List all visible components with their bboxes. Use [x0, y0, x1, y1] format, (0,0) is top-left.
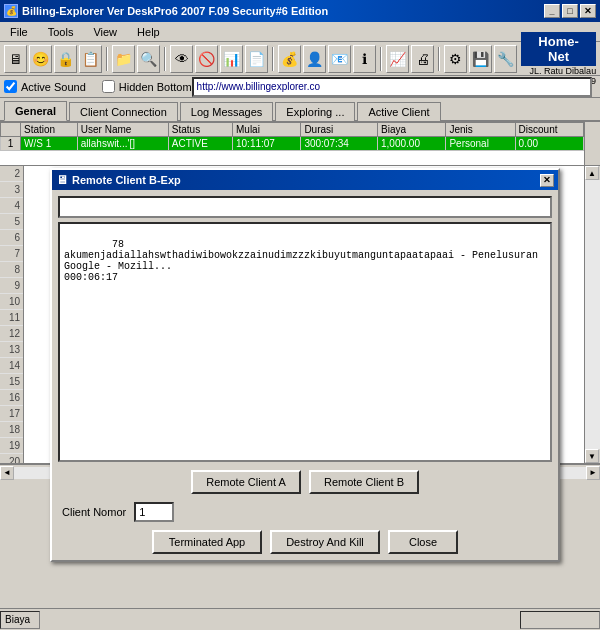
modal-top-input[interactable] — [58, 196, 552, 218]
client-nomor-label: Client Nomor — [62, 506, 126, 518]
modal-close-button[interactable]: ✕ — [540, 174, 554, 187]
modal-text-area: 78 akumenjadiallahswthadiwibowokzzainudi… — [58, 222, 552, 462]
terminated-app-button[interactable]: Terminated App — [152, 530, 262, 554]
client-nomor-row: Client Nomor — [58, 502, 552, 522]
remote-client-a-button[interactable]: Remote Client A — [191, 470, 301, 494]
remote-client-b-button[interactable]: Remote Client B — [309, 470, 419, 494]
modal-body: 78 akumenjadiallahswthadiwibowokzzainudi… — [52, 190, 558, 560]
destroy-and-kill-button[interactable]: Destroy And Kill — [270, 530, 380, 554]
modal-action-buttons: Terminated App Destroy And Kill Close — [58, 530, 552, 554]
modal-title: Remote Client B-Exp — [72, 174, 181, 186]
client-nomor-input[interactable] — [134, 502, 174, 522]
remote-client-modal: 🖥 Remote Client B-Exp ✕ 78 akumenjadiall… — [50, 168, 560, 562]
modal-overlay: 🖥 Remote Client B-Exp ✕ 78 akumenjadiall… — [0, 0, 600, 630]
close-modal-button[interactable]: Close — [388, 530, 458, 554]
modal-title-bar: 🖥 Remote Client B-Exp ✕ — [52, 170, 558, 190]
remote-client-buttons: Remote Client A Remote Client B — [58, 470, 552, 494]
modal-text-content: 78 akumenjadiallahswthadiwibowokzzainudi… — [64, 239, 544, 283]
